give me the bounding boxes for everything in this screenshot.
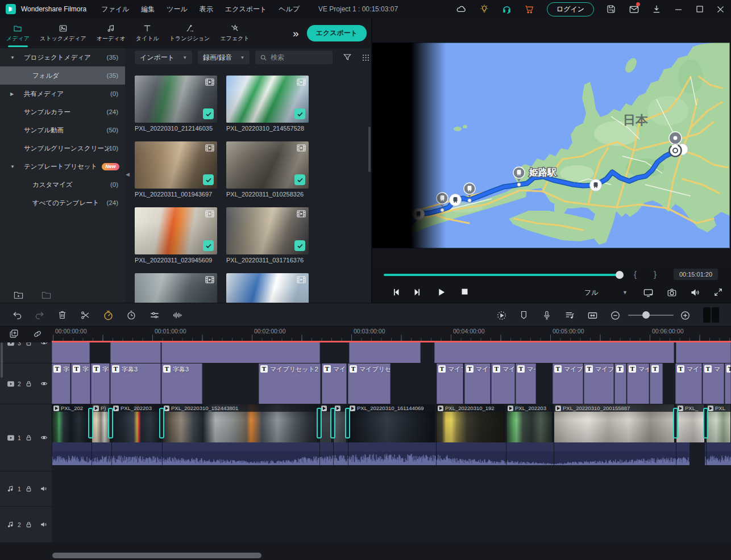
duration-clock-icon[interactable] — [126, 310, 136, 320]
title-clip[interactable]: T — [614, 363, 626, 404]
title-clip[interactable]: T字幕3 — [161, 363, 202, 404]
save-icon[interactable] — [600, 4, 622, 14]
split-scissors-icon[interactable] — [80, 310, 90, 320]
panel-toggle-right[interactable] — [712, 307, 719, 323]
record-dropdown[interactable]: 録画/録音▼ — [198, 51, 250, 64]
tab-audio[interactable]: オーディオ — [92, 18, 131, 48]
menu-item-help[interactable]: ヘルプ — [279, 5, 300, 14]
transition-marker[interactable] — [673, 408, 678, 438]
track-lane-video-3[interactable] — [52, 342, 731, 363]
timeline-clip[interactable] — [110, 342, 161, 363]
sidebar-item-sample-greenscreen[interactable]: サンプルグリーンスクリーン(10) — [0, 139, 125, 157]
transition-marker[interactable] — [345, 408, 350, 438]
subtitle-list-icon[interactable] — [564, 310, 575, 321]
title-clip[interactable]: Tマイ — [491, 363, 515, 404]
sidebar-item-shared-media[interactable]: ▶共有メディア(0) — [0, 85, 125, 103]
video-clip[interactable]: PXL_20220310_161144069 — [348, 404, 435, 442]
media-item[interactable] — [226, 273, 309, 303]
download-icon[interactable] — [645, 4, 668, 14]
expand-arrow-icon[interactable]: ▼ — [10, 164, 15, 169]
menu-item-export[interactable]: エクスポート — [225, 5, 267, 14]
media-thumbnail[interactable] — [226, 273, 309, 303]
marker-icon[interactable] — [519, 310, 529, 320]
media-item[interactable]: PXL_20220311_031716376 — [226, 207, 309, 273]
transition-marker[interactable] — [108, 408, 113, 438]
video-clip[interactable]: PXL_202203 — [506, 404, 553, 442]
collapse-arrow-icon[interactable]: ▶ — [10, 91, 14, 97]
title-clip[interactable]: Tマイプリ — [464, 363, 491, 404]
cloud-icon[interactable] — [450, 4, 473, 15]
zoom-slider[interactable] — [628, 315, 674, 316]
volume-icon[interactable] — [690, 287, 700, 298]
delete-icon[interactable] — [57, 310, 67, 320]
audio-mixer-icon[interactable] — [172, 310, 183, 320]
track-header-video-2[interactable]: 2 — [0, 363, 52, 404]
track-lane-video-1[interactable]: PXL_202P)PXL_202203PXL_20220310_15244380… — [52, 404, 731, 471]
media-thumbnail[interactable] — [135, 141, 217, 189]
visibility-eye-icon[interactable] — [40, 380, 48, 387]
title-clip[interactable]: Tマ — [703, 363, 724, 404]
title-clip[interactable]: Tマイ — [516, 363, 536, 404]
sidebar-item-customize[interactable]: カスタマイズ(0) — [0, 175, 125, 194]
fit-timeline-icon[interactable] — [587, 310, 598, 321]
track-header-video-1[interactable]: 1 — [0, 404, 52, 471]
timeline-clip[interactable] — [52, 342, 90, 363]
filter-icon[interactable] — [343, 53, 352, 62]
speed-icon[interactable] — [103, 310, 114, 321]
media-thumbnail[interactable] — [226, 141, 309, 189]
display-device-icon[interactable] — [643, 287, 654, 298]
mark-out-icon[interactable]: } — [654, 269, 657, 279]
mark-in-icon[interactable]: { — [634, 269, 637, 279]
transition-marker[interactable] — [88, 408, 93, 438]
lock-icon[interactable] — [25, 380, 32, 387]
title-clip[interactable]: Tマイプ! — [553, 363, 583, 404]
transition-marker[interactable] — [703, 408, 708, 438]
more-tabs-chevrons[interactable]: » — [287, 27, 304, 40]
lock-icon[interactable] — [25, 521, 32, 528]
add-to-timeline-icon[interactable] — [9, 329, 19, 338]
previous-frame-button[interactable] — [391, 287, 401, 297]
lock-icon[interactable] — [25, 485, 32, 492]
tab-effects[interactable]: エフェクト — [215, 18, 254, 48]
track-header-audio-2[interactable]: 2 — [0, 507, 52, 543]
close-button[interactable] — [710, 6, 731, 13]
menu-item-tools[interactable]: ツール — [167, 5, 188, 14]
visibility-eye-icon[interactable] — [40, 342, 48, 346]
media-item[interactable]: PXL_20220310_214557528 — [226, 76, 309, 141]
title-clip[interactable]: Tマイフ — [322, 363, 347, 404]
stop-button[interactable] — [460, 287, 469, 296]
title-clip[interactable]: T字 — [91, 363, 110, 404]
title-clip[interactable]: Tマイプリ — [437, 363, 463, 404]
fullscreen-icon[interactable] — [713, 287, 723, 297]
video-clip[interactable]: PXL_ — [676, 404, 705, 442]
track-header-audio-1[interactable]: 1 — [0, 471, 52, 507]
theme-bulb-icon[interactable] — [473, 4, 496, 14]
media-item[interactable]: PXL_20220311_001943697 — [135, 141, 217, 207]
snapshot-camera-icon[interactable] — [667, 287, 677, 298]
menu-item-view[interactable]: 表示 — [200, 5, 213, 14]
media-item[interactable] — [135, 273, 217, 303]
search-input[interactable]: 検索 — [255, 51, 333, 64]
timeline-clip[interactable] — [161, 342, 320, 363]
new-folder-icon[interactable] — [14, 291, 23, 299]
link-icon[interactable] — [33, 329, 42, 338]
mute-icon[interactable] — [40, 485, 48, 492]
sidebar-item-sample-video[interactable]: サンプル動画(50) — [0, 121, 125, 139]
undo-icon[interactable] — [13, 310, 23, 320]
login-button[interactable]: ログイン — [547, 2, 594, 16]
media-item[interactable]: PXL_20220311_010258326 — [226, 141, 309, 207]
transition-marker[interactable] — [330, 408, 335, 438]
next-frame-button[interactable] — [413, 287, 422, 297]
sidebar-item-template-preset[interactable]: ▼テンプレートプリセットNew — [0, 157, 125, 175]
render-preview-icon[interactable] — [496, 310, 507, 321]
title-clip[interactable]: Tマイプリ — [584, 363, 614, 404]
media-scrollbar[interactable] — [368, 127, 371, 172]
track-lane-audio-1[interactable] — [52, 471, 731, 506]
video-clip[interactable]: PXL — [706, 404, 731, 442]
visibility-eye-icon[interactable] — [40, 434, 48, 441]
lock-icon[interactable] — [25, 434, 32, 441]
timeline-vertical-scrollbar[interactable] — [1, 342, 3, 378]
transition-marker[interactable] — [317, 408, 322, 438]
video-clip[interactable]: PXL_20220310_152443801 — [162, 404, 318, 442]
preview-video[interactable]: 日本姫路駅 — [372, 18, 731, 267]
